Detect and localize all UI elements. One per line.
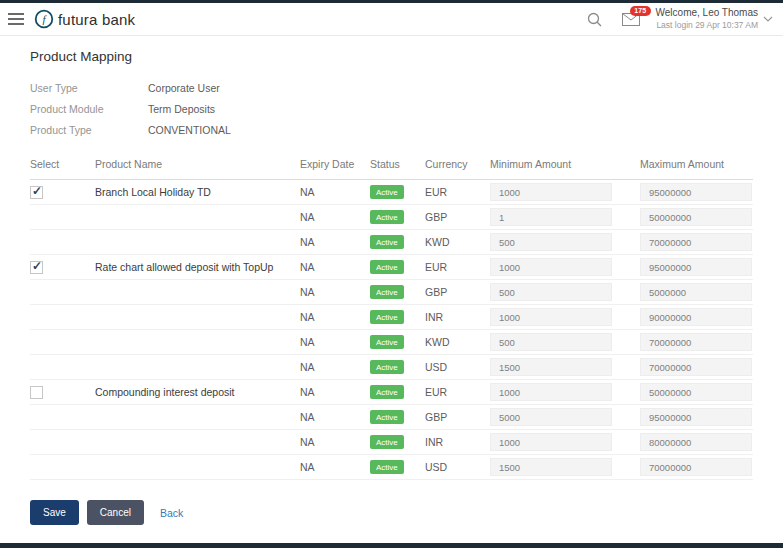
maximum-amount-cell bbox=[640, 255, 753, 280]
minimum-amount-cell bbox=[490, 405, 640, 430]
product-name-cell bbox=[95, 430, 300, 455]
select-cell bbox=[30, 430, 95, 455]
row-select-checkbox[interactable] bbox=[30, 261, 43, 274]
product-name: Rate chart allowed deposit with TopUp bbox=[95, 261, 273, 273]
product-name-cell bbox=[95, 205, 300, 230]
expiry-date-cell: NA bbox=[300, 305, 370, 330]
brand-logo[interactable]: f futura bank bbox=[34, 9, 135, 29]
table-row: Rate chart allowed deposit with TopUpNAA… bbox=[30, 255, 753, 280]
maximum-amount-cell bbox=[640, 180, 753, 205]
user-type-label: User Type bbox=[30, 82, 148, 94]
maximum-amount-cell bbox=[640, 405, 753, 430]
status-cell: Active bbox=[370, 405, 425, 430]
status-badge: Active bbox=[370, 385, 404, 399]
product-name-cell bbox=[95, 405, 300, 430]
maximum-amount-cell bbox=[640, 205, 753, 230]
welcome-block: Welcome, Leo Thomas Last login 29 Apr 10… bbox=[656, 7, 758, 30]
product-type-value: CONVENTIONAL bbox=[148, 124, 231, 136]
select-cell bbox=[30, 280, 95, 305]
maximum-amount-input[interactable] bbox=[640, 433, 752, 451]
save-button[interactable]: Save bbox=[30, 500, 79, 525]
maximum-amount-input[interactable] bbox=[640, 283, 752, 301]
back-link[interactable]: Back bbox=[160, 507, 183, 519]
maximum-amount-input[interactable] bbox=[640, 183, 752, 201]
product-name-cell bbox=[95, 230, 300, 255]
status-cell: Active bbox=[370, 455, 425, 480]
info-row-product-type: Product Type CONVENTIONAL bbox=[30, 124, 753, 136]
minimum-amount-input[interactable] bbox=[490, 208, 612, 226]
maximum-amount-input[interactable] bbox=[640, 458, 752, 476]
maximum-amount-input[interactable] bbox=[640, 383, 752, 401]
hamburger-menu-icon[interactable] bbox=[8, 13, 24, 25]
row-select-checkbox[interactable] bbox=[30, 186, 43, 199]
product-name-cell bbox=[95, 455, 300, 480]
bottom-bar bbox=[0, 543, 783, 548]
minimum-amount-input[interactable] bbox=[490, 358, 612, 376]
maximum-amount-input[interactable] bbox=[640, 358, 752, 376]
maximum-amount-input[interactable] bbox=[640, 258, 752, 276]
mail-icon[interactable]: 175 bbox=[622, 13, 640, 26]
currency-cell: EUR bbox=[425, 255, 490, 280]
table-row: NAActiveINR bbox=[30, 430, 753, 455]
minimum-amount-input[interactable] bbox=[490, 183, 612, 201]
table-row: NAActiveKWD bbox=[30, 330, 753, 355]
product-name-cell bbox=[95, 305, 300, 330]
minimum-amount-input[interactable] bbox=[490, 233, 612, 251]
expiry-date-cell: NA bbox=[300, 255, 370, 280]
status-badge: Active bbox=[370, 185, 404, 199]
table-row: NAActiveGBP bbox=[30, 405, 753, 430]
minimum-amount-input[interactable] bbox=[490, 333, 612, 351]
currency-cell: KWD bbox=[425, 330, 490, 355]
row-select-checkbox[interactable] bbox=[30, 386, 43, 399]
expiry-date-cell: NA bbox=[300, 355, 370, 380]
expiry-date-cell: NA bbox=[300, 205, 370, 230]
minimum-amount-input[interactable] bbox=[490, 283, 612, 301]
minimum-amount-input[interactable] bbox=[490, 308, 612, 326]
status-cell: Active bbox=[370, 280, 425, 305]
status-badge: Active bbox=[370, 410, 404, 424]
currency-cell: GBP bbox=[425, 280, 490, 305]
maximum-amount-input[interactable] bbox=[640, 408, 752, 426]
user-menu[interactable]: Welcome, Leo Thomas Last login 29 Apr 10… bbox=[656, 7, 773, 30]
info-panel: User Type Corporate User Product Module … bbox=[30, 82, 753, 136]
product-name: Compounding interest deposit bbox=[95, 386, 235, 398]
column-header-expiry-date: Expiry Date bbox=[300, 152, 370, 180]
currency-cell: INR bbox=[425, 430, 490, 455]
cancel-button[interactable]: Cancel bbox=[87, 500, 144, 525]
maximum-amount-input[interactable] bbox=[640, 233, 752, 251]
column-header-maximum-amount: Maximum Amount bbox=[640, 152, 753, 180]
maximum-amount-cell bbox=[640, 430, 753, 455]
minimum-amount-input[interactable] bbox=[490, 258, 612, 276]
select-cell bbox=[30, 355, 95, 380]
expiry-date-cell: NA bbox=[300, 230, 370, 255]
minimum-amount-input[interactable] bbox=[490, 433, 612, 451]
column-header-currency: Currency bbox=[425, 152, 490, 180]
select-cell bbox=[30, 380, 95, 405]
product-module-value: Term Deposits bbox=[148, 103, 215, 115]
maximum-amount-cell bbox=[640, 355, 753, 380]
search-icon[interactable] bbox=[587, 12, 602, 27]
last-login-text: Last login 29 Apr 10:37 AM bbox=[656, 20, 758, 31]
minimum-amount-cell bbox=[490, 330, 640, 355]
maximum-amount-input[interactable] bbox=[640, 333, 752, 351]
maximum-amount-input[interactable] bbox=[640, 208, 752, 226]
column-header-status: Status bbox=[370, 152, 425, 180]
minimum-amount-input[interactable] bbox=[490, 458, 612, 476]
maximum-amount-cell bbox=[640, 380, 753, 405]
page-title: Product Mapping bbox=[30, 49, 753, 64]
status-badge: Active bbox=[370, 310, 404, 324]
svg-text:f: f bbox=[42, 13, 47, 25]
main-content: Product Mapping User Type Corporate User… bbox=[0, 49, 783, 525]
minimum-amount-cell bbox=[490, 230, 640, 255]
currency-cell: USD bbox=[425, 355, 490, 380]
minimum-amount-cell bbox=[490, 305, 640, 330]
maximum-amount-cell bbox=[640, 280, 753, 305]
header-right: 175 Welcome, Leo Thomas Last login 29 Ap… bbox=[587, 7, 773, 30]
maximum-amount-cell bbox=[640, 330, 753, 355]
table-row: Compounding interest depositNAActiveEUR bbox=[30, 380, 753, 405]
minimum-amount-input[interactable] bbox=[490, 408, 612, 426]
expiry-date-cell: NA bbox=[300, 405, 370, 430]
maximum-amount-input[interactable] bbox=[640, 308, 752, 326]
status-badge: Active bbox=[370, 460, 404, 474]
minimum-amount-input[interactable] bbox=[490, 383, 612, 401]
